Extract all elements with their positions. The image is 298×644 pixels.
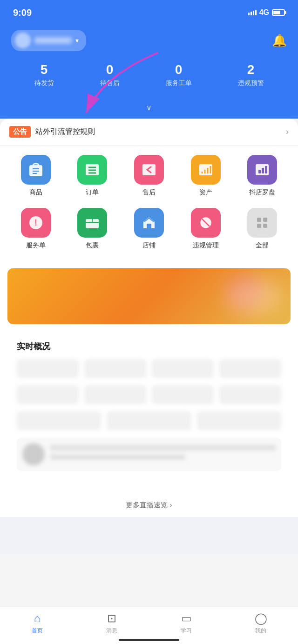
nav-item-home[interactable]: ⌂ 首页 [23, 612, 51, 635]
all-icon [247, 208, 277, 238]
stats-grid-3 [17, 412, 281, 430]
status-bar: 9:09 4G [0, 0, 298, 23]
menu-label-violation: 违规管理 [193, 241, 219, 250]
asset-icon [191, 155, 221, 185]
blur-stat-3 [152, 359, 214, 378]
menu-label-product: 商品 [29, 188, 42, 197]
banner[interactable] [7, 268, 291, 324]
menu-item-product[interactable]: 商品 [15, 155, 57, 197]
blur-line-2 [50, 454, 185, 460]
chevron-down-icon: ▾ [75, 37, 79, 44]
status-icons: 4G [248, 8, 285, 17]
mine-nav-label: 我的 [255, 627, 266, 635]
blur-stat-6 [84, 385, 146, 404]
header-top: ▾ 🔔 [11, 30, 287, 51]
announcement-arrow-icon: › [286, 127, 289, 137]
menu-item-douyin[interactable]: 抖店罗盘 [241, 155, 283, 197]
stat-violation-warning[interactable]: 2 违规预警 [238, 62, 264, 87]
store-name [34, 37, 72, 44]
menu-label-asset: 资产 [199, 188, 212, 197]
svg-rect-8 [142, 164, 156, 175]
menu-item-aftersale[interactable]: 售后 [128, 155, 170, 197]
blur-stat-1 [17, 359, 79, 378]
blur-stat-10 [107, 412, 191, 430]
svg-rect-16 [262, 168, 264, 173]
package-icon [77, 208, 107, 238]
nav-item-learn[interactable]: ▭ 学习 [172, 612, 200, 635]
store-icon [134, 208, 164, 238]
stat-label-3: 服务工单 [166, 79, 192, 87]
status-time: 9:09 [13, 7, 32, 18]
blur-stat-7 [152, 385, 214, 404]
menu-item-all[interactable]: 全部 [241, 208, 283, 250]
signal-icon [248, 10, 257, 15]
aftersale-icon [134, 155, 164, 185]
menu-label-aftersale: 售后 [142, 188, 156, 197]
stat-pending-aftersale[interactable]: 0 待售后 [100, 62, 120, 87]
store-selector[interactable]: ▾ [11, 30, 86, 51]
stat-pending-delivery[interactable]: 5 待发货 [34, 62, 54, 87]
bell-icon[interactable]: 🔔 [272, 33, 287, 48]
nav-item-message[interactable]: ⊡ 消息 [98, 612, 126, 635]
blur-stat-5 [17, 385, 79, 404]
menu-item-package[interactable]: 包裹 [71, 208, 113, 250]
announcement-bar[interactable]: 公告 站外引流管控规则 › [0, 119, 298, 146]
more-live-button[interactable]: 更多直播速览 › [0, 493, 298, 517]
blur-stat-4 [219, 359, 281, 378]
message-nav-label: 消息 [106, 627, 117, 635]
menu-item-order[interactable]: 订单 [71, 155, 113, 197]
nav-item-mine[interactable]: ◯ 我的 [247, 612, 275, 635]
stat-number-2: 0 [100, 62, 120, 77]
stat-number-3: 0 [166, 62, 192, 77]
menu-item-store[interactable]: 店铺 [128, 208, 170, 250]
blur-content [50, 445, 276, 464]
menu-item-service[interactable]: ! 服务单 [15, 208, 57, 250]
stats-grid-1 [17, 359, 281, 378]
announcement-text: 站外引流管控规则 [35, 127, 286, 137]
home-nav-icon: ⌂ [34, 612, 41, 625]
home-indicator [119, 639, 179, 641]
menu-label-order: 订单 [86, 188, 99, 197]
stats-grid-2 [17, 385, 281, 404]
menu-label-all: 全部 [256, 241, 269, 250]
svg-rect-27 [257, 218, 261, 222]
white-card: 公告 站外引流管控规则 › [0, 119, 298, 517]
svg-rect-15 [258, 170, 261, 173]
menu-label-store: 店铺 [142, 241, 156, 250]
battery-icon [272, 9, 285, 16]
header: ▾ 🔔 5 待发货 0 待售后 0 服务工单 2 违规预警 [0, 23, 298, 100]
store-avatar [15, 33, 31, 48]
blur-stat-2 [84, 359, 146, 378]
message-nav-icon: ⊡ [107, 612, 116, 625]
violation-icon [191, 208, 221, 238]
main-content: 公告 站外引流管控规则 › [0, 119, 298, 554]
mine-nav-icon: ◯ [255, 612, 267, 625]
stat-label-1: 待发货 [34, 79, 54, 87]
realtime-title: 实时概况 [17, 341, 281, 352]
stat-label-4: 违规预警 [238, 79, 264, 87]
expand-row[interactable]: ∨ [0, 100, 298, 119]
menu-grid: 商品 订单 [0, 146, 298, 268]
blur-stat-9 [17, 412, 101, 430]
order-icon [77, 155, 107, 185]
svg-rect-30 [263, 224, 267, 228]
stat-number-4: 2 [238, 62, 264, 77]
svg-rect-29 [257, 224, 261, 228]
blur-line-1 [50, 445, 276, 451]
svg-rect-17 [265, 166, 267, 173]
stat-service-order[interactable]: 0 服务工单 [166, 62, 192, 87]
stats-row: 5 待发货 0 待售后 0 服务工单 2 违规预警 [11, 62, 287, 91]
blur-content-row [17, 438, 281, 471]
menu-label-service: 服务单 [26, 241, 46, 250]
learn-nav-label: 学习 [181, 627, 192, 635]
menu-item-asset[interactable]: 资产 [185, 155, 227, 197]
network-label: 4G [259, 8, 269, 17]
stat-number-1: 5 [34, 62, 54, 77]
bottom-nav: ⌂ 首页 ⊡ 消息 ▭ 学习 ◯ 我的 [0, 607, 298, 644]
announcement-tag: 公告 [9, 126, 31, 138]
menu-row-1: 商品 订单 [7, 155, 291, 197]
service-icon: ! [21, 208, 51, 238]
menu-item-violation[interactable]: 违规管理 [185, 208, 227, 250]
product-icon [21, 155, 51, 185]
chevron-expand-icon: ∨ [146, 103, 152, 112]
